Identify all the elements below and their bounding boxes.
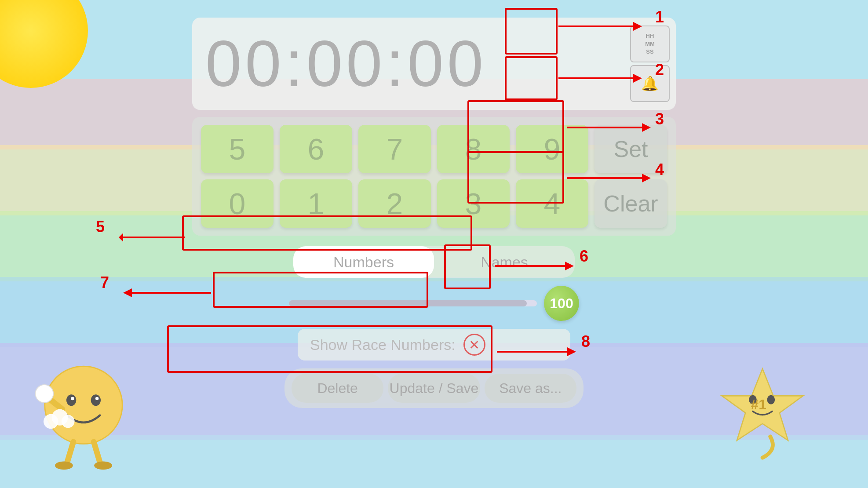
format-label: HHMMSS — [645, 32, 655, 56]
alarm-icon: 🔔 — [641, 75, 659, 92]
numpad-row-bottom: 0 1 2 3 4 Clear — [201, 179, 667, 228]
svg-point-9 — [55, 462, 73, 470]
svg-point-1 — [66, 394, 76, 406]
slider-row: 100 — [289, 286, 579, 321]
numpad-row-top: 5 6 7 8 9 Set — [201, 125, 667, 173]
num-3-button[interactable]: 3 — [437, 179, 510, 228]
svg-text:#1: #1 — [751, 397, 766, 412]
race-numbers-row: Show Race Numbers: ✕ — [298, 329, 570, 361]
svg-point-16 — [767, 395, 775, 404]
timer-panel: 00:00:00 HHMMSS 🔔 — [192, 18, 676, 110]
bottom-buttons-panel: Delete Update / Save Save as... — [284, 368, 584, 408]
update-save-button[interactable]: Update / Save — [388, 374, 480, 403]
svg-point-4 — [95, 397, 98, 400]
slider-track — [289, 300, 537, 306]
svg-point-10 — [94, 462, 112, 470]
num-9-button[interactable]: 9 — [516, 125, 588, 173]
num-1-button[interactable]: 1 — [280, 179, 352, 228]
num-8-button[interactable]: 8 — [437, 125, 510, 173]
format-button[interactable]: HHMMSS — [630, 25, 670, 62]
slider-value-badge: 100 — [544, 286, 579, 321]
race-numbers-toggle[interactable]: ✕ — [463, 334, 485, 356]
svg-line-7 — [67, 442, 73, 462]
num-0-button[interactable]: 0 — [201, 179, 274, 228]
svg-point-3 — [71, 397, 74, 400]
alarm-button[interactable]: 🔔 — [630, 65, 670, 102]
timer-side-buttons: HHMMSS 🔔 — [630, 25, 670, 102]
num-6-button[interactable]: 6 — [280, 125, 352, 173]
num-7-button[interactable]: 7 — [358, 125, 431, 173]
svg-point-13 — [62, 415, 75, 428]
race-toggle-x-icon: ✕ — [469, 337, 480, 353]
delete-button[interactable]: Delete — [292, 374, 383, 403]
tab-row: Numbers Names — [293, 246, 575, 278]
race-numbers-label: Show Race Numbers: — [310, 336, 456, 353]
svg-point-6 — [35, 385, 53, 403]
num-5-button[interactable]: 5 — [201, 125, 274, 173]
num-2-button[interactable]: 2 — [358, 179, 431, 228]
tab-numbers[interactable]: Numbers — [293, 246, 434, 278]
lower-section: Numbers Names 100 Show Race Numbers: ✕ — [258, 246, 610, 408]
save-as-button[interactable]: Save as... — [485, 374, 576, 403]
clear-button[interactable]: Clear — [594, 179, 667, 228]
num-4-button[interactable]: 4 — [516, 179, 588, 228]
smiley-character — [35, 356, 132, 470]
svg-line-8 — [94, 442, 100, 462]
numpad-panel: 5 6 7 8 9 Set 0 1 2 3 4 Clear — [192, 117, 676, 236]
tab-names[interactable]: Names — [434, 246, 575, 278]
svg-point-2 — [91, 394, 101, 406]
set-button[interactable]: Set — [594, 125, 667, 173]
timer-display: 00:00:00 — [205, 31, 487, 96]
star-character: #1 — [718, 365, 806, 462]
